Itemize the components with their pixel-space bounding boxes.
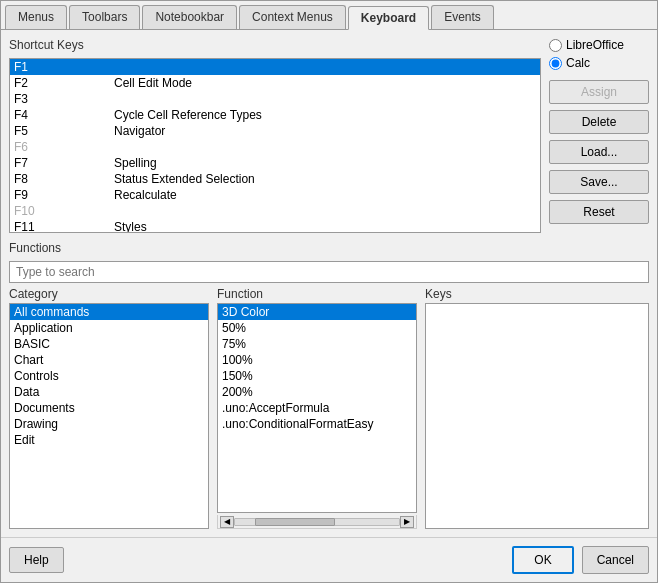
- shortcut-item[interactable]: F6: [10, 139, 540, 155]
- shortcut-item[interactable]: F3: [10, 91, 540, 107]
- function-list[interactable]: 3D Color50%75%100%150%200%.uno:AcceptFor…: [217, 303, 417, 513]
- function-item[interactable]: .uno:AcceptFormula: [218, 400, 416, 416]
- shortcut-item[interactable]: F4Cycle Cell Reference Types: [10, 107, 540, 123]
- functions-section: Functions Category All commandsApplicati…: [9, 241, 649, 529]
- shortcut-item[interactable]: F9Recalculate: [10, 187, 540, 203]
- save-button[interactable]: Save...: [549, 170, 649, 194]
- shortcut-item[interactable]: F2Cell Edit Mode: [10, 75, 540, 91]
- tab-bar: MenusToolbarsNotebookbarContext MenusKey…: [1, 1, 657, 30]
- search-input[interactable]: [9, 261, 649, 283]
- radio-group: LibreOffice Calc: [549, 38, 649, 70]
- category-label: Category: [9, 287, 209, 301]
- category-item[interactable]: Controls: [10, 368, 208, 384]
- three-col: Category All commandsApplicationBASICCha…: [9, 287, 649, 529]
- main-content: Shortcut Keys F1F2Cell Edit ModeF3F4Cycl…: [1, 30, 657, 537]
- functions-label: Functions: [9, 241, 649, 255]
- radio-calc[interactable]: Calc: [549, 56, 649, 70]
- col-keys: Keys: [425, 287, 649, 529]
- category-item[interactable]: Application: [10, 320, 208, 336]
- bottom-bar: Help OK Cancel: [1, 537, 657, 582]
- function-hscrollbar[interactable]: ◀ ▶: [217, 515, 417, 529]
- reset-button[interactable]: Reset: [549, 200, 649, 224]
- radio-libreoffice[interactable]: LibreOffice: [549, 38, 649, 52]
- hscroll-right-arrow[interactable]: ▶: [400, 516, 414, 528]
- dialog: MenusToolbarsNotebookbarContext MenusKey…: [0, 0, 658, 583]
- function-item[interactable]: .uno:ConditionalFormatEasy: [218, 416, 416, 432]
- shortcut-section: Shortcut Keys F1F2Cell Edit ModeF3F4Cycl…: [9, 38, 649, 233]
- tab-toolbars[interactable]: Toolbars: [69, 5, 140, 29]
- function-item[interactable]: 100%: [218, 352, 416, 368]
- hscroll-left-arrow[interactable]: ◀: [220, 516, 234, 528]
- shortcut-item[interactable]: F1: [10, 59, 540, 75]
- shortcut-item[interactable]: F8Status Extended Selection: [10, 171, 540, 187]
- tab-events[interactable]: Events: [431, 5, 494, 29]
- col-function: Function 3D Color50%75%100%150%200%.uno:…: [217, 287, 417, 529]
- shortcut-item[interactable]: F5Navigator: [10, 123, 540, 139]
- function-label: Function: [217, 287, 417, 301]
- function-item[interactable]: 3D Color: [218, 304, 416, 320]
- radio-libreoffice-label: LibreOffice: [566, 38, 624, 52]
- category-item[interactable]: Data: [10, 384, 208, 400]
- shortcut-item[interactable]: F7Spelling: [10, 155, 540, 171]
- category-item[interactable]: All commands: [10, 304, 208, 320]
- radio-calc-label: Calc: [566, 56, 590, 70]
- load-button[interactable]: Load...: [549, 140, 649, 164]
- category-list[interactable]: All commandsApplicationBASICChartControl…: [9, 303, 209, 529]
- category-item[interactable]: BASIC: [10, 336, 208, 352]
- shortcut-keys-label: Shortcut Keys: [9, 38, 541, 52]
- function-item[interactable]: 150%: [218, 368, 416, 384]
- ok-button[interactable]: OK: [512, 546, 573, 574]
- delete-button[interactable]: Delete: [549, 110, 649, 134]
- tab-notebookbar[interactable]: Notebookbar: [142, 5, 237, 29]
- keys-box: [425, 303, 649, 529]
- shortcut-left: Shortcut Keys F1F2Cell Edit ModeF3F4Cycl…: [9, 38, 541, 233]
- assign-button[interactable]: Assign: [549, 80, 649, 104]
- shortcut-item[interactable]: F10: [10, 203, 540, 219]
- category-item[interactable]: Chart: [10, 352, 208, 368]
- keys-label: Keys: [425, 287, 649, 301]
- col-category: Category All commandsApplicationBASICCha…: [9, 287, 209, 529]
- function-item[interactable]: 75%: [218, 336, 416, 352]
- shortcut-right: LibreOffice Calc Assign Delete Load... S…: [549, 38, 649, 233]
- tab-context-menus[interactable]: Context Menus: [239, 5, 346, 29]
- tab-keyboard[interactable]: Keyboard: [348, 6, 429, 30]
- bottom-right: OK Cancel: [512, 546, 649, 574]
- shortcut-item[interactable]: F11Styles: [10, 219, 540, 233]
- radio-calc-input[interactable]: [549, 57, 562, 70]
- hscroll-thumb[interactable]: [255, 518, 335, 526]
- tab-menus[interactable]: Menus: [5, 5, 67, 29]
- category-item[interactable]: Drawing: [10, 416, 208, 432]
- function-item[interactable]: 50%: [218, 320, 416, 336]
- cancel-button[interactable]: Cancel: [582, 546, 649, 574]
- function-item[interactable]: 200%: [218, 384, 416, 400]
- help-button[interactable]: Help: [9, 547, 64, 573]
- radio-libreoffice-input[interactable]: [549, 39, 562, 52]
- category-item[interactable]: Edit: [10, 432, 208, 448]
- shortcut-list[interactable]: F1F2Cell Edit ModeF3F4Cycle Cell Referen…: [9, 58, 541, 233]
- hscroll-track: [234, 518, 400, 526]
- category-item[interactable]: Documents: [10, 400, 208, 416]
